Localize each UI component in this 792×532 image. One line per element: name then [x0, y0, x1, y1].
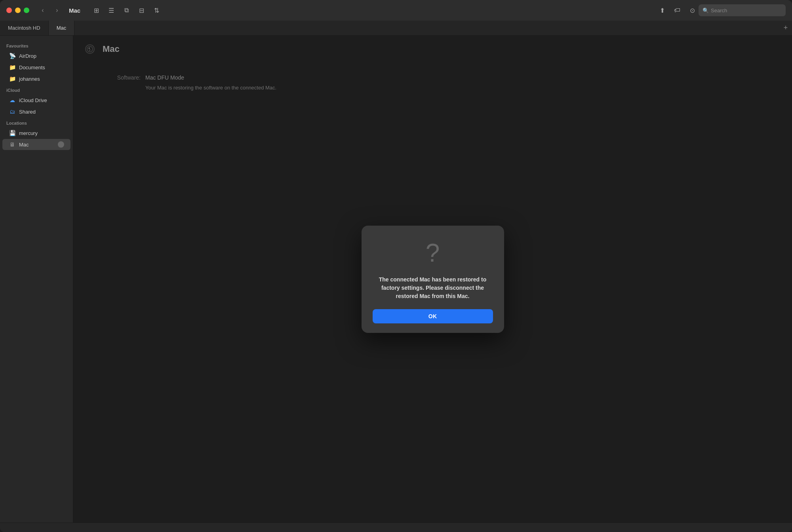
minimize-button[interactable] — [15, 8, 21, 13]
view-columns-button[interactable]: ⧉ — [120, 4, 133, 17]
mercury-icon: 💾 — [9, 129, 16, 137]
documents-icon: 📁 — [9, 64, 16, 71]
search-input[interactable] — [711, 8, 782, 13]
modal-question-icon: ? — [426, 238, 440, 268]
sidebar-item-mac-label: Mac — [19, 142, 58, 148]
sidebar-item-johannes-label: johannes — [19, 76, 64, 82]
search-bar[interactable]: 🔍 — [699, 4, 786, 16]
nav-buttons: ‹ › — [37, 5, 63, 16]
view-list-button[interactable]: ☰ — [105, 4, 118, 17]
mac-spinner — [58, 141, 64, 148]
maximize-button[interactable] — [24, 8, 29, 13]
content-area: Mac Software: Mac DFU Mode Your Mac is r… — [73, 36, 792, 522]
view-grid-button[interactable]: ⊞ — [90, 4, 103, 17]
sidebar-item-documents[interactable]: 📁 Documents — [2, 62, 70, 73]
modal-message: The connected Mac has been restored to f… — [373, 276, 493, 300]
titlebar: ‹ › Mac ⊞ ☰ ⧉ ⊟ ⇅ ⬆ 🏷 ⊙ 🔍 — [0, 0, 792, 21]
tags-button[interactable]: 🏷 — [671, 4, 683, 17]
shared-icon: 🗂 — [9, 108, 16, 115]
bottom-bar — [0, 522, 792, 532]
sidebar-item-shared-label: Shared — [19, 109, 64, 115]
sidebar-item-airdrop-label: AirDrop — [19, 53, 64, 59]
modal-overlay: ? The connected Mac has been restored to… — [73, 36, 792, 522]
search-icon: 🔍 — [703, 8, 709, 13]
icloud-drive-icon: ☁ — [9, 97, 16, 104]
tabbar: Macintosh HD Mac + — [0, 21, 792, 36]
sidebar-item-icloud-drive[interactable]: ☁ iCloud Drive — [2, 95, 70, 106]
modal-dialog: ? The connected Mac has been restored to… — [362, 226, 504, 333]
mac-icon: 🖥 — [9, 141, 16, 148]
sidebar-item-icloud-drive-label: iCloud Drive — [19, 97, 64, 103]
window-title: Mac — [69, 7, 80, 14]
sidebar-item-documents-label: Documents — [19, 65, 64, 70]
tab-macintosh-hd[interactable]: Macintosh HD — [0, 21, 49, 35]
sidebar-section-locations: Locations — [0, 118, 73, 127]
finder-window: ‹ › Mac ⊞ ☰ ⧉ ⊟ ⇅ ⬆ 🏷 ⊙ 🔍 Macintosh HD M… — [0, 0, 792, 532]
tab-mac[interactable]: Mac — [49, 21, 75, 35]
traffic-lights — [6, 8, 29, 13]
arrange-button[interactable]: ⇅ — [150, 4, 163, 17]
back-button[interactable]: ‹ — [37, 5, 48, 16]
sidebar-item-airdrop[interactable]: 📡 AirDrop — [2, 50, 70, 61]
sidebar-item-shared[interactable]: 🗂 Shared — [2, 106, 70, 117]
sidebar-item-mercury[interactable]: 💾 mercury — [2, 127, 70, 139]
sidebar-section-icloud: iCloud — [0, 85, 73, 94]
close-button[interactable] — [6, 8, 12, 13]
sidebar-item-mercury-label: mercury — [19, 130, 64, 136]
view-gallery-button[interactable]: ⊟ — [135, 4, 148, 17]
sidebar: Favourites 📡 AirDrop 📁 Documents 📁 johan… — [0, 36, 73, 522]
main-area: Favourites 📡 AirDrop 📁 Documents 📁 johan… — [0, 36, 792, 522]
sidebar-item-johannes[interactable]: 📁 johannes — [2, 73, 70, 84]
share-button[interactable]: ⬆ — [656, 4, 668, 17]
modal-ok-button[interactable]: OK — [373, 309, 493, 323]
toolbar: ⊞ ☰ ⧉ ⊟ ⇅ ⬆ 🏷 ⊙ — [90, 4, 699, 17]
sidebar-section-favourites: Favourites — [0, 40, 73, 50]
sidebar-item-mac[interactable]: 🖥 Mac — [2, 139, 70, 150]
forward-button[interactable]: › — [51, 5, 63, 16]
airdrop-icon: 📡 — [9, 52, 16, 59]
johannes-icon: 📁 — [9, 75, 16, 82]
options-button[interactable]: ⊙ — [686, 4, 699, 17]
tab-add-button[interactable]: + — [779, 21, 792, 35]
